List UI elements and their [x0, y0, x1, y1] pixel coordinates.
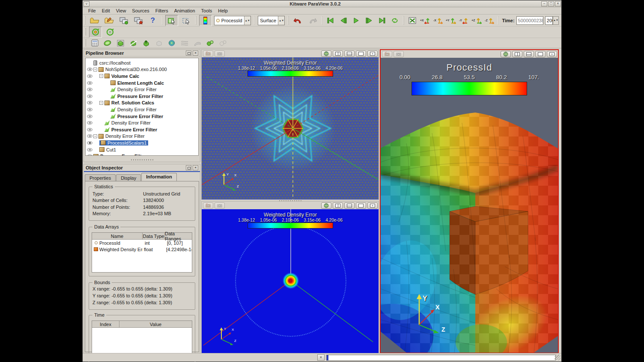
clip-filter-button[interactable] [115, 39, 126, 48]
split-horizontal-button[interactable] [512, 51, 522, 57]
select-cells-button[interactable] [165, 15, 178, 26]
glyph-filter-button[interactable] [166, 39, 177, 48]
close-view-button[interactable]: × [367, 202, 378, 209]
toolbar-handle[interactable] [84, 28, 86, 36]
menu-animation[interactable]: Animation [171, 8, 198, 14]
threshold-filter-button[interactable] [140, 39, 152, 48]
disconnect-server-button[interactable] [132, 15, 145, 26]
menu-filters[interactable]: Filters [152, 8, 171, 14]
group-datasets-button[interactable] [205, 39, 216, 48]
rubber-band-select-button[interactable] [180, 15, 193, 26]
undo-camera-button[interactable] [203, 50, 213, 57]
close-dock-icon[interactable]: × [193, 165, 198, 170]
pipeline-item[interactable]: Density Error Filter [86, 106, 198, 113]
pipeline-item-selected[interactable]: ProcessIdScalars1 [86, 139, 198, 146]
pipeline-browser-header[interactable]: Pipeline Browser × [84, 50, 200, 56]
render-viewport-bottom[interactable]: Weighted Density Error 1.38e-121.05e-062… [202, 209, 379, 353]
menu-view[interactable]: View [113, 8, 129, 14]
vcr-previous-frame-button[interactable] [338, 16, 349, 25]
lookmark-button[interactable] [321, 202, 331, 209]
undo-camera-button[interactable] [382, 51, 392, 57]
eye-icon[interactable] [87, 128, 92, 131]
maximize-view-button[interactable] [356, 202, 366, 209]
abort-button[interactable]: × [317, 354, 325, 361]
pick-center-button[interactable] [104, 27, 116, 38]
camera-minus-y-button[interactable]: -Y [458, 16, 469, 25]
expander-icon[interactable]: − [93, 134, 97, 138]
eye-icon[interactable] [87, 154, 92, 156]
eye-icon[interactable] [87, 115, 92, 118]
show-center-axes-button[interactable] [89, 27, 102, 38]
camera-minus-x-button[interactable]: -X [432, 16, 444, 25]
data-array-row[interactable]: Weighted Density Error float [4.22498e-1… [92, 246, 192, 252]
redo-camera-button[interactable] [215, 50, 225, 57]
float-dock-icon[interactable] [186, 165, 191, 170]
eye-icon[interactable] [87, 74, 92, 78]
open-data-button[interactable] [88, 15, 101, 26]
toolbar-handle[interactable] [498, 16, 499, 24]
frame-spinbox[interactable]: 200 [545, 16, 553, 25]
toolbar-handle[interactable] [162, 16, 163, 24]
camera-plus-x-button[interactable]: +X [420, 16, 431, 25]
eye-icon[interactable] [87, 108, 92, 111]
maximize-view-button[interactable] [535, 51, 546, 57]
pipeline-item[interactable]: Density Error Filter [86, 86, 198, 93]
vcr-loop-button[interactable] [389, 16, 400, 25]
expander-icon[interactable]: − [99, 101, 103, 105]
pipeline-item[interactable]: Pressure Error Filter [86, 126, 198, 133]
pipeline-item-server[interactable]: csrc://localhost [86, 59, 198, 66]
pipeline-tree[interactable]: csrc://localhost −NohSpherical3D.exo.216… [85, 58, 199, 156]
toolbar-handle[interactable] [254, 16, 255, 24]
expander-icon[interactable]: − [99, 74, 103, 78]
reset-camera-button[interactable] [407, 16, 418, 25]
close-view-button[interactable]: × [367, 50, 378, 57]
combo-arrows-icon[interactable]: ▲▼ [244, 16, 250, 25]
eye-icon[interactable] [87, 95, 92, 98]
connect-server-button[interactable] [117, 15, 130, 26]
colorbar-gradient[interactable] [247, 71, 333, 77]
close-button[interactable]: × [555, 1, 561, 6]
pipeline-item[interactable]: Pressure Error Filter [86, 153, 198, 156]
split-horizontal-button[interactable] [333, 50, 343, 57]
eye-icon[interactable] [87, 81, 92, 85]
menu-edit[interactable]: Edit [99, 8, 113, 14]
minimize-button[interactable]: − [541, 1, 547, 6]
split-vertical-button[interactable] [524, 51, 534, 57]
eye-icon[interactable] [87, 121, 92, 125]
resize-grip[interactable] [555, 355, 561, 361]
pipeline-item[interactable]: Pressure Error Filter [86, 113, 198, 120]
edit-color-map-button[interactable] [199, 15, 212, 26]
toolbar-handle[interactable] [195, 16, 197, 24]
window-menu-button[interactable]: v [83, 1, 89, 6]
frame-spinner-arrows[interactable]: ▲▼ [553, 16, 559, 25]
render-viewport-right[interactable]: ProcessId 0.0026.853.580.2107. Y X Z [381, 58, 558, 353]
tab-information[interactable]: Information [141, 173, 177, 181]
stream-tracer-filter-button[interactable] [179, 39, 190, 48]
ungroup-button[interactable] [218, 39, 229, 48]
redo-button[interactable] [306, 15, 319, 26]
colorbar-gradient[interactable] [411, 82, 527, 95]
object-inspector-header[interactable]: Object Inspector × [84, 164, 200, 171]
eye-icon[interactable] [87, 141, 92, 145]
eye-icon[interactable] [87, 88, 92, 91]
pipeline-item[interactable]: Density Error Filter [86, 119, 198, 126]
warp-filter-button[interactable] [192, 39, 203, 48]
vcr-first-frame-button[interactable] [325, 16, 336, 25]
calculator-filter-button[interactable] [89, 39, 100, 48]
dock-splitter[interactable] [84, 157, 200, 162]
combo-arrows-icon[interactable]: ▲▼ [278, 16, 284, 25]
color-by-combo[interactable]: ProcessId ▲▼ [214, 16, 251, 25]
eye-icon[interactable] [87, 148, 92, 151]
menu-help[interactable]: Help [215, 8, 231, 14]
colorbar-gradient[interactable] [247, 223, 333, 228]
data-arrays-table[interactable]: Name Data Type Data Ranges ProcessId int… [92, 232, 192, 273]
close-dock-icon[interactable]: × [193, 50, 198, 56]
close-view-button[interactable]: × [547, 51, 557, 57]
toolbar-handle[interactable] [288, 16, 289, 24]
maximize-view-button[interactable] [356, 50, 366, 57]
undo-camera-button[interactable] [203, 202, 213, 209]
eye-icon[interactable] [87, 101, 92, 104]
redo-camera-button[interactable] [394, 51, 404, 57]
camera-plus-y-button[interactable]: +Y [445, 16, 456, 25]
help-button[interactable]: ? [146, 15, 159, 26]
